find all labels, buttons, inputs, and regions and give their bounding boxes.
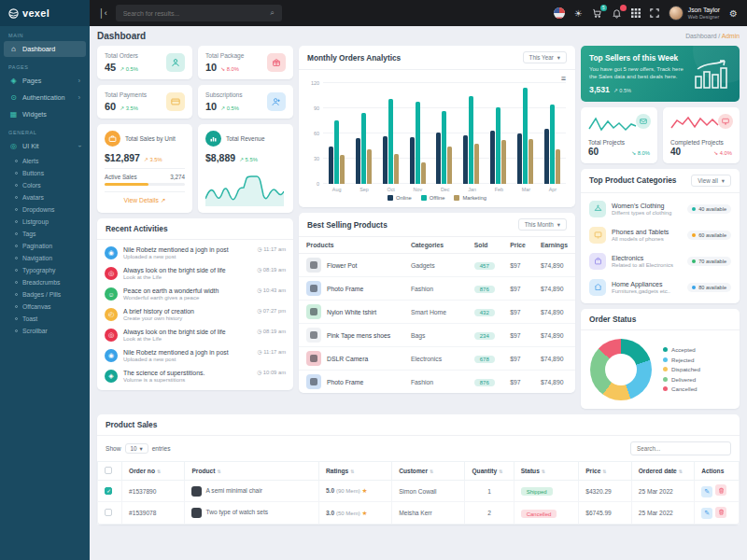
activity-item[interactable]: ◈ The science of superstitions.Volume is… xyxy=(105,366,286,386)
search-input[interactable] xyxy=(123,10,271,17)
recent-activities-title: Recent Activities xyxy=(106,224,168,233)
sidebar-subitem-tags[interactable]: Tags xyxy=(0,228,90,240)
table-row[interactable]: Nylon White tshirt Smart Home 432 $97 $7… xyxy=(299,301,575,324)
sidebar-section-general: GENERAL xyxy=(0,123,90,137)
sidebar-subitem-badges-pills[interactable]: Badges / Pills xyxy=(0,288,90,301)
sidebar-item-widgets[interactable]: ▦ Widgets xyxy=(4,106,86,122)
legend-item[interactable]: Delivered xyxy=(663,376,700,383)
sidebar-subitem-toast[interactable]: Toast xyxy=(0,313,90,325)
table-row[interactable]: DSLR Camera Electronics 678 $97 $74,890 xyxy=(299,347,575,371)
language-flag-icon[interactable] xyxy=(554,7,565,19)
sidebar-item-pages[interactable]: ◈ Pages › xyxy=(4,73,86,89)
fullscreen-icon[interactable] xyxy=(650,8,659,18)
table-row[interactable]: Photo Frame Fashion 876 $97 $74,890 xyxy=(299,277,575,301)
user-menu[interactable]: Json Taylor Web Designer xyxy=(669,6,720,21)
theme-toggle-icon[interactable]: ☀ xyxy=(574,8,583,19)
sidebar-subitem-pagination[interactable]: Pagination xyxy=(0,240,90,252)
sidebar-subitem-colors[interactable]: Colors xyxy=(0,179,90,191)
avatar xyxy=(669,6,684,21)
notifications-bell-icon[interactable] xyxy=(612,8,622,19)
activity-time: 11:17 am xyxy=(258,349,286,355)
sidebar-item-authentication[interactable]: ⊙ Authentication › xyxy=(4,90,86,105)
sort-icon[interactable]: ⇅ xyxy=(499,469,502,474)
activity-item[interactable]: ◉ Nile Robetz mentioned a jogh in postUp… xyxy=(105,345,286,366)
edit-button[interactable]: ✎ xyxy=(701,486,712,497)
sort-icon[interactable]: ⇅ xyxy=(542,469,545,474)
sidebar-collapse-icon[interactable]: │‹ xyxy=(99,8,107,18)
table-row[interactable]: Flower Pot Gadgets 457 $97 $74,890 xyxy=(299,254,575,277)
product-thumbnail xyxy=(191,486,202,497)
table-row[interactable]: #1537890 A semi minimal chair 5.0 (90 Me… xyxy=(98,480,740,502)
legend-item[interactable]: Online xyxy=(388,195,412,201)
bullet-icon xyxy=(15,184,18,187)
brand-logo[interactable]: vexel xyxy=(0,0,90,26)
sidebar-item-dashboard[interactable]: ⌂ Dashboard xyxy=(4,41,86,57)
table-search-input[interactable] xyxy=(630,441,731,455)
bar-chart-plot xyxy=(323,83,566,184)
legend-item[interactable]: Cancelled xyxy=(663,385,700,392)
view-details-link[interactable]: View Details ↗ xyxy=(105,191,185,204)
activity-item[interactable]: ◎ Always look on the bright side of life… xyxy=(105,325,286,345)
sort-icon[interactable]: ⇅ xyxy=(217,469,220,474)
activity-item[interactable]: ◴ A brief history of creationCreate your… xyxy=(105,304,286,325)
sidebar-subitem-dropdowns[interactable]: Dropdowns xyxy=(0,203,90,216)
row-checkbox[interactable] xyxy=(105,509,112,516)
activity-item[interactable]: ☺ Peace on earth a wonderful widthWonder… xyxy=(105,284,286,304)
search-icon[interactable]: ⌕ xyxy=(270,8,274,18)
breadcrumb-current: Admin xyxy=(722,33,740,39)
sidebar-subitem-buttons[interactable]: Buttons xyxy=(0,167,90,179)
legend-item[interactable]: Marketing xyxy=(454,195,486,201)
cart-icon[interactable]: 5 xyxy=(592,8,602,19)
legend-item[interactable]: Dispatched xyxy=(663,366,700,372)
sort-icon[interactable]: ⇅ xyxy=(430,469,433,474)
month-filter-select[interactable]: This Month▾ xyxy=(518,218,567,231)
sidebar-subitem-typography[interactable]: Typography xyxy=(0,264,90,276)
activity-item[interactable]: ◉ Nile Robetz mentioned a jogh in postUp… xyxy=(105,243,286,263)
chevron-down-icon: ▾ xyxy=(557,54,560,61)
table-row[interactable]: Photo Frame Fashion 876 $97 $74,890 xyxy=(299,371,575,394)
delete-button[interactable] xyxy=(715,484,726,496)
person-plus-icon xyxy=(267,92,286,111)
chevron-down-icon: ▾ xyxy=(722,177,725,184)
sort-icon[interactable]: ⇅ xyxy=(679,469,683,474)
category-item[interactable]: Women's ClothingDiffernt types of clothi… xyxy=(581,196,740,222)
sidebar-item-ui-kit[interactable]: ◎ UI Kit › xyxy=(4,138,86,154)
row-checkbox[interactable] xyxy=(105,487,112,495)
settings-gear-icon[interactable]: ⚙ xyxy=(729,8,738,19)
global-search[interactable]: ⌕ xyxy=(116,5,282,21)
select-all-checkbox[interactable] xyxy=(105,467,112,474)
sold-badge: 876 xyxy=(474,286,495,293)
view-all-select[interactable]: View all▾ xyxy=(691,175,731,187)
sidebar-subitem-avatars[interactable]: Avatars xyxy=(0,191,90,203)
apps-grid-icon[interactable] xyxy=(631,8,641,18)
sort-icon[interactable]: ⇅ xyxy=(602,469,606,474)
legend-item[interactable]: Offline xyxy=(421,195,445,201)
status-badge: Cancelled xyxy=(521,510,557,518)
sidebar-subitem-offcanvas[interactable]: Offcanvas xyxy=(0,301,90,313)
category-item[interactable]: Phones and TabletsAll models of phones 6… xyxy=(581,222,740,248)
activity-item[interactable]: ◎ Always look on the bright side of life… xyxy=(105,263,286,284)
category-item[interactable]: ElectronicsRelated to all Electronics 70… xyxy=(581,248,740,274)
entries-select[interactable]: 10▾ xyxy=(125,443,148,454)
table-row[interactable]: #1539078 Two type of watch sets 3.0 (50 … xyxy=(98,502,740,525)
bar-marketing xyxy=(421,162,426,184)
sidebar-subitem-scrollbar[interactable]: Scrollbar xyxy=(0,325,90,337)
sort-icon[interactable]: ⇅ xyxy=(157,469,161,474)
sidebar-subitem-alerts[interactable]: Alerts xyxy=(0,155,90,167)
sidebar-subitem-breadcrumbs[interactable]: Breadcrumbs xyxy=(0,276,90,288)
delete-button[interactable] xyxy=(715,507,726,518)
category-item[interactable]: Home AppliancesFurnitures,gadgets etc.. … xyxy=(581,274,740,301)
sort-icon[interactable]: ⇅ xyxy=(350,469,354,474)
product-thumbnail xyxy=(306,258,321,273)
stat-card-total-orders: Total Orders 45 ↗ 0.5% xyxy=(97,46,192,79)
year-filter-select[interactable]: This Year▾ xyxy=(523,51,567,63)
table-row[interactable]: Pink Tape mens shoes Bags 234 $97 $74,89… xyxy=(299,324,575,347)
legend-item[interactable]: Accepted xyxy=(663,346,700,353)
edit-button[interactable]: ✎ xyxy=(701,508,712,519)
breadcrumb-section[interactable]: Dashboard xyxy=(685,33,716,39)
sidebar-subitem-listgroup[interactable]: Listgroup xyxy=(0,216,90,228)
product-thumbnail xyxy=(306,374,321,389)
sidebar-subitem-navigation[interactable]: Navigation xyxy=(0,252,90,264)
legend-item[interactable]: Rejected xyxy=(663,357,700,363)
bar-offline xyxy=(496,107,500,184)
